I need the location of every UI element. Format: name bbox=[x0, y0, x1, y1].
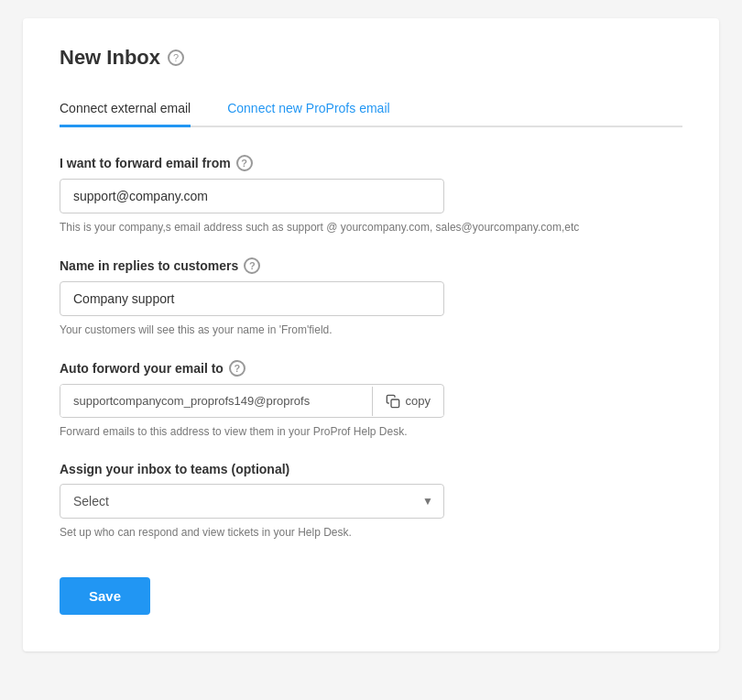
form-group-forward-email: I want to forward email from ? This is y… bbox=[60, 155, 682, 235]
auto-forward-help-icon[interactable]: ? bbox=[229, 360, 246, 377]
name-replies-label: Name in replies to customers ? bbox=[60, 257, 682, 274]
forward-email-input[interactable] bbox=[60, 179, 444, 213]
name-replies-help-icon[interactable]: ? bbox=[244, 257, 260, 274]
forward-email-hint: This is your company,s email address suc… bbox=[60, 219, 682, 235]
save-button[interactable]: Save bbox=[60, 577, 150, 615]
svg-rect-0 bbox=[391, 399, 399, 408]
assign-teams-select[interactable]: Select bbox=[60, 484, 444, 519]
name-replies-input[interactable] bbox=[60, 281, 444, 316]
copy-button[interactable]: copy bbox=[372, 387, 443, 416]
forward-email-label: I want to forward email from ? bbox=[60, 155, 682, 171]
page-title: New Inbox bbox=[60, 46, 160, 70]
auto-forward-label: Auto forword your email to ? bbox=[60, 360, 682, 377]
copy-icon bbox=[386, 394, 400, 409]
main-card: New Inbox ? Connect external email Conne… bbox=[23, 18, 719, 651]
form-group-auto-forward: Auto forword your email to ? copy Forwar… bbox=[60, 360, 682, 440]
forward-email-help-icon[interactable]: ? bbox=[236, 155, 253, 171]
form-group-assign-teams: Assign your inbox to teams (optional) Se… bbox=[60, 462, 682, 541]
page-help-icon[interactable]: ? bbox=[168, 49, 184, 66]
name-replies-hint: Your customers will see this as your nam… bbox=[60, 322, 682, 338]
form-group-name-replies: Name in replies to customers ? Your cust… bbox=[60, 257, 682, 338]
auto-forward-hint: Forward emails to this address to view t… bbox=[60, 423, 682, 440]
page-title-row: New Inbox ? bbox=[60, 46, 682, 70]
auto-forward-row: copy bbox=[60, 384, 444, 418]
tab-connect-external[interactable]: Connect external email bbox=[60, 92, 191, 127]
assign-teams-label: Assign your inbox to teams (optional) bbox=[60, 462, 682, 476]
assign-teams-hint: Set up who can respond and view tickets … bbox=[60, 524, 682, 541]
tab-connect-proprofs[interactable]: Connect new ProProfs email bbox=[227, 92, 389, 127]
auto-forward-input[interactable] bbox=[60, 385, 372, 417]
tabs-container: Connect external email Connect new ProPr… bbox=[60, 92, 682, 127]
assign-teams-select-wrapper: Select ▼ bbox=[60, 484, 444, 519]
